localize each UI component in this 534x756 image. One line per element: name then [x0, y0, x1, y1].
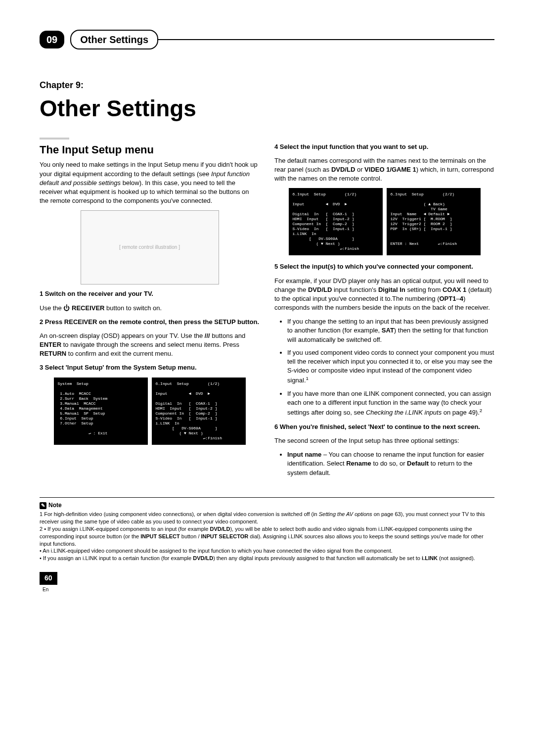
list-item: Input name – You can choose to rename th… [287, 450, 494, 477]
content-columns: The Input Setup menu You only need to ma… [40, 138, 494, 482]
remote-illustration: [ remote control illustration ] [81, 210, 219, 284]
step-1-body: Use the ⏻ RECEIVER button to switch on. [40, 304, 260, 313]
section-rule [40, 138, 69, 140]
step-5-heading: 5 Select the input(s) to which you've co… [274, 262, 494, 271]
step-6-heading: 6 When you're finished, select 'Next' to… [274, 423, 494, 431]
right-column: 4 Select the input function that you wan… [274, 138, 494, 482]
osd-input-setup-p2: 6.Input Setup (2/2) ( ▲ Back) TV Game In… [387, 188, 481, 255]
step-5-body: For example, if your DVD player only has… [274, 277, 494, 313]
page-footer: 60 En [40, 572, 494, 594]
note-label: ✎ Note [40, 501, 62, 510]
list-item: If you used component video cords to con… [287, 348, 494, 385]
note-separator [40, 497, 494, 498]
step-6-body: The second screen of the Input setup has… [274, 436, 494, 445]
list-item: If you have more than one iLINK componen… [287, 389, 494, 418]
step-4-body: The default names correspond with the na… [274, 156, 494, 184]
chapter-label: Chapter 9: [40, 79, 494, 92]
list-item: If you change the setting to an input th… [287, 317, 494, 344]
footnote-2b: • An i.LINK-equipped video component sho… [40, 547, 494, 555]
step-1-heading: 1 Switch on the receiver and your TV. [40, 289, 260, 298]
chapter-number-badge: 09 [40, 31, 64, 48]
intro-paragraph: You only need to make settings in the In… [40, 160, 260, 205]
header-rule [157, 39, 494, 40]
step-2-body: An on-screen display (OSD) appears on yo… [40, 331, 260, 359]
chapter-title: Other Settings [40, 93, 494, 124]
page-number: 60 [40, 572, 57, 585]
page-language: En [43, 587, 48, 592]
left-column: The Input Setup menu You only need to ma… [40, 138, 260, 482]
osd-input-setup-p1: 6.Input Setup (1/2) Input ◄ DVD ► Digita… [289, 188, 383, 255]
step-5-bullets: If you change the setting to an input th… [274, 317, 494, 418]
osd-input-setup-1: 6.Input Setup (1/2) Input ◄ DVD ► Digita… [152, 378, 246, 445]
footnotes: 1 For high-definition video (using compo… [40, 511, 494, 562]
step-2-heading: 2 Press RECEIVER on the remote control, … [40, 318, 260, 327]
osd-system-setup: System Setup 1.Auto MCACC 2.Surr Back Sy… [54, 378, 148, 445]
page-header: 09 Other Settings [40, 30, 494, 49]
footnote-1: 1 For high-definition video (using compo… [40, 511, 494, 525]
step-6-bullets: Input name – You can choose to rename th… [274, 450, 494, 477]
footnote-2c: • If you assign an i.LINK input to a cer… [40, 555, 494, 562]
header-title-pill: Other Settings [70, 30, 158, 49]
footnote-2a: 2 • If you assign i.LINK-equipped compon… [40, 525, 494, 548]
section-title: The Input Setup menu [40, 142, 260, 158]
osd-row-2: 6.Input Setup (1/2) Input ◄ DVD ► Digita… [274, 188, 494, 255]
step-3-heading: 3 Select 'Input Setup' from the System S… [40, 363, 260, 372]
osd-row-1: System Setup 1.Auto MCACC 2.Surr Back Sy… [40, 378, 260, 445]
step-4-heading: 4 Select the input function that you wan… [274, 142, 494, 151]
note-icon: ✎ [40, 502, 46, 509]
